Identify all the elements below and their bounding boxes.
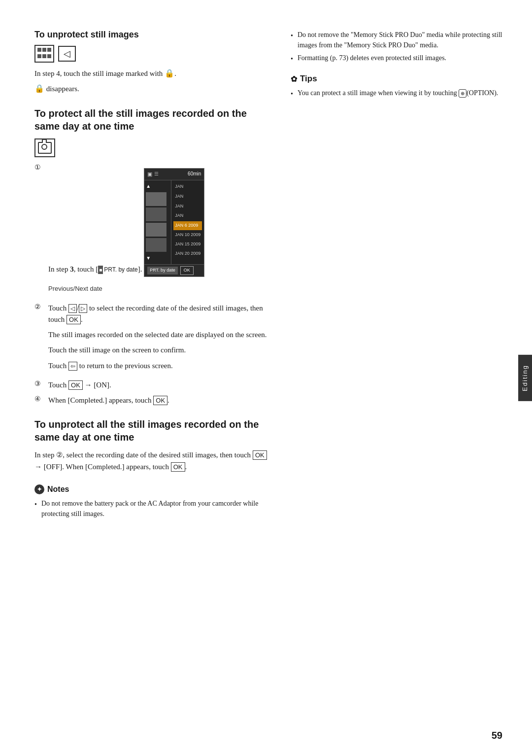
thumb-3 — [146, 223, 166, 237]
date-row-2: JAN — [173, 192, 202, 201]
section-unprotect-bydate-title: To unprotect all the still images record… — [34, 418, 271, 444]
section-unprotect: To unprotect still images — [34, 30, 271, 95]
step-num-3: ③ — [34, 379, 44, 387]
left-column: To unprotect still images — [34, 30, 271, 726]
menu-icon — [34, 45, 54, 63]
screenshot-time: 60min — [188, 170, 201, 178]
step-3: ③ Touch OK → [ON]. — [34, 379, 271, 391]
thumb-4 — [146, 238, 166, 252]
page-number: 59 — [492, 730, 502, 741]
right-column: • Do not remove the "Memory Stick PRO Du… — [291, 30, 507, 726]
section-protect-bydate: To protect all the still images recorded… — [34, 107, 271, 407]
tips-bullet-1: • — [291, 89, 295, 99]
notes-item-1: • Do not remove the battery pack or the … — [34, 498, 271, 519]
date-row-4: JAN — [173, 211, 202, 220]
screenshot-bottom: PRT. by date OK — [144, 264, 204, 276]
screenshot-box: ▣ ☰ 60min ▲ — [144, 168, 204, 277]
date-item-2: JAN 10 2009 — [173, 231, 202, 240]
screenshot-thumbs: ▲ ▼ — [144, 180, 171, 264]
section-protect-bydate-title: To protect all the still images recorded… — [34, 107, 271, 133]
nav-up: ▲ — [146, 182, 151, 190]
screenshot-caption: Previous/Next date — [48, 284, 271, 294]
step-num-4: ④ — [34, 395, 44, 403]
step-1: ① In step 3, touch [ ■ PRT. by date ]. ▣ — [34, 163, 271, 299]
step-num-2: ② — [34, 303, 44, 310]
step-4: ④ When [Completed.] appears, touch OK. — [34, 395, 271, 406]
unprotect-step-intro: In step 4, touch the still image marked … — [34, 68, 271, 80]
tips-item-1: • You can protect a still image when vie… — [291, 88, 507, 99]
right-bullet-icon-2: • — [291, 54, 295, 64]
screenshot-menu-icon: ▣ — [147, 170, 152, 178]
right-bullet-1: • Do not remove the "Memory Stick PRO Du… — [291, 30, 507, 50]
main-content: To unprotect still images — [0, 0, 532, 756]
step-2-para-2: The still images recorded on the selecte… — [48, 329, 271, 341]
prev-btn: ◁ — [68, 304, 77, 313]
date-row-3: JAN — [173, 202, 202, 211]
lock-symbol-2: 🔒 — [34, 84, 44, 93]
ok-inline-5: OK — [171, 462, 185, 472]
tips-title: ✿ Tips — [291, 74, 507, 84]
screenshot-body: ▲ ▼ — [144, 180, 204, 264]
page-container: To unprotect still images — [0, 0, 532, 756]
step-1-content: In step 3, touch [ ■ PRT. by date ]. ▣ ☰ — [48, 163, 271, 299]
notes-icon: ✦ — [34, 484, 44, 494]
date-item-4: JAN 20 2009 — [173, 249, 202, 258]
step-num-1: ① — [34, 163, 44, 171]
section-unprotect-title: To unprotect still images — [34, 30, 271, 40]
nav-down: ▼ — [146, 254, 151, 262]
right-bullet-icon-1: • — [291, 31, 295, 50]
step-2-content: Touch ◁/▷ to select the recording date o… — [48, 303, 271, 376]
prt-icon-inline: ■ — [98, 266, 103, 275]
step-2: ② Touch ◁/▷ to select the recording date… — [34, 303, 271, 376]
unprotect-bydate-body: In step ②, select the recording date of … — [34, 449, 271, 473]
step-2-para-4: Touch ⇦ to return to the previous screen… — [48, 360, 271, 372]
date-item-3: JAN 15 2009 — [173, 240, 202, 249]
ok-inline-4: OK — [253, 450, 267, 460]
next-btn: ▷ — [79, 304, 87, 313]
ok-inline-1: OK — [66, 315, 81, 324]
unprotect-icons: ◁ — [34, 45, 271, 63]
tips-text-1: You can protect a still image when viewi… — [298, 88, 498, 99]
step-2-para-3: Touch the still image on the screen to c… — [48, 344, 271, 356]
thumb-2 — [146, 207, 166, 221]
tips-icon: ✿ — [291, 74, 297, 84]
step-4-content: When [Completed.] appears, touch OK. — [48, 395, 271, 406]
date-selected-1: JAN 6 2009 — [173, 221, 202, 230]
date-row-1: JAN — [173, 182, 202, 191]
prt-label: PRT. by date — [147, 267, 177, 275]
option-icon-symbol: ⊕ — [461, 90, 465, 97]
right-bullet-2: • Formatting (p. 73) deletes even protec… — [291, 53, 507, 64]
right-bullets: • Do not remove the "Memory Stick PRO Du… — [291, 30, 507, 64]
thumb-1 — [146, 192, 166, 206]
screenshot-dates: JAN JAN JAN JAN JAN 6 2009 JAN 10 2009 J… — [171, 180, 204, 264]
side-tab: Editing — [518, 355, 532, 401]
bullet-1: • — [34, 499, 38, 519]
ok-inline-2: OK — [68, 380, 83, 390]
step-3-content: Touch OK → [ON]. — [48, 379, 271, 391]
section-unprotect-bydate: To unprotect all the still images record… — [34, 418, 271, 473]
ok-label: OK — [180, 266, 194, 275]
back-icon: ◁ — [58, 46, 76, 62]
notes-section: ✦ Notes • Do not remove the battery pack… — [34, 484, 271, 519]
notes-title: ✦ Notes — [34, 484, 271, 494]
camera-icon — [34, 138, 55, 157]
ok-inline-3: OK — [153, 396, 167, 405]
lock-symbol: 🔒 — [165, 69, 174, 77]
step-2-para-1: Touch ◁/▷ to select the recording date o… — [48, 303, 271, 326]
screenshot-card-icon: ☰ — [154, 170, 159, 178]
unprotect-step-result: 🔒 disappears. — [34, 83, 271, 95]
tips-section: ✿ Tips • You can protect a still image w… — [291, 74, 507, 99]
option-icon: ⊕ — [459, 89, 466, 98]
return-btn: ⇦ — [68, 362, 77, 371]
